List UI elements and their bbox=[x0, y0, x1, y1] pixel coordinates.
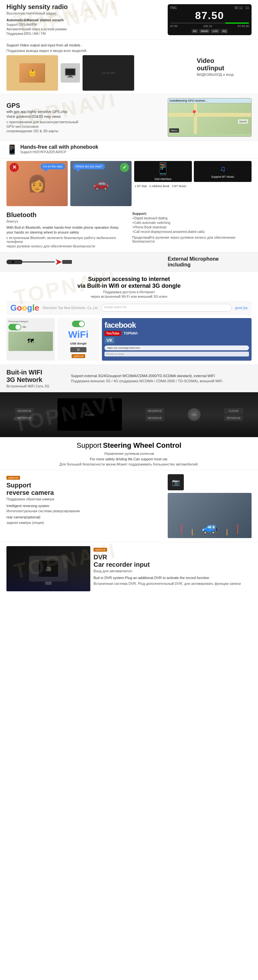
bt-header-text: Hands-free call with phonebook Support H… bbox=[20, 144, 98, 154]
hu-main-screen: display bbox=[57, 398, 122, 431]
video-section: Support Video output and input from all … bbox=[0, 40, 258, 94]
gps-map-bg bbox=[168, 103, 251, 134]
cam-desc1: Intelligent reversing system bbox=[6, 504, 164, 508]
radio-title: Highly sensity radio bbox=[6, 3, 164, 11]
radio-progress-bar bbox=[170, 22, 249, 24]
video-title2: out/input bbox=[197, 65, 252, 72]
hu-screen-label: display bbox=[84, 413, 94, 417]
net-3g-title-col: Buit-in WIFI 3G Network Встроенный WiFi … bbox=[6, 369, 71, 388]
fb-email-field[interactable]: Phone or email bbox=[105, 352, 249, 356]
radio-as-btn[interactable]: AS bbox=[191, 29, 198, 33]
bt-title: Bluetooth bbox=[6, 211, 126, 219]
gps-road-h bbox=[168, 113, 251, 117]
video-thumb-right: car screen bbox=[83, 55, 134, 91]
gps-desc-ru3: сопровождение /2D & 3D-карты bbox=[6, 129, 164, 133]
hu-knob[interactable]: VOL bbox=[188, 408, 201, 421]
bt-sup2: +Phone Book download bbox=[132, 225, 252, 230]
wifi-panels-row: Personal Hotspot On 🗺 WiFi USB dongle bbox=[6, 318, 252, 361]
svg-rect-1 bbox=[66, 69, 75, 75]
mic-assembly: ➤ bbox=[6, 256, 72, 267]
google-search-bar[interactable]: Google Shenzhen Top New Electronic, Co.,… bbox=[6, 301, 252, 315]
steering-title-ru: Управление рулевым колесом bbox=[6, 452, 252, 455]
net-3g-title1: Buit-in WIFI bbox=[6, 369, 71, 376]
hu-center-buttons: RESERVE RESERVE bbox=[145, 408, 164, 421]
bt-symbol-icon: 📱 bbox=[156, 162, 170, 175]
wifi-map-icon: 🗺 bbox=[8, 332, 53, 351]
video-monitor-icon bbox=[61, 63, 80, 83]
radio-freq-low: 87.50 bbox=[170, 24, 178, 28]
radio-time: 50 11 : 11 bbox=[235, 6, 249, 10]
steering-desc: For more safety drivling life.Can suppor… bbox=[6, 457, 252, 461]
hu-btn-reserve[interactable]: RESERVE bbox=[15, 408, 34, 414]
bt-images-section: TOPNAVI ✕ 👩 I'm on the way! ✓ 🚗 Where ar… bbox=[0, 158, 258, 209]
mic-visual-col: ➤ bbox=[6, 256, 168, 267]
hu-btn-reserve5[interactable]: RESERVE bbox=[224, 415, 243, 421]
mic-text-col: External Microphone including bbox=[168, 256, 252, 268]
bt-title-ru: блютуз bbox=[6, 220, 126, 223]
bt-desc-text: With Buit-in Bluetooth, enable hands-fre… bbox=[6, 225, 126, 248]
internet-ru1: Поддержка доступа в Интернет bbox=[6, 290, 252, 294]
radio-loc-btn[interactable]: LOC bbox=[211, 29, 219, 33]
bt-desc-ru2: через рулевое колесо для обеспечения без… bbox=[6, 244, 126, 248]
wifi-toggle2[interactable] bbox=[72, 321, 85, 327]
video-thumb-left: 👶 bbox=[6, 55, 58, 91]
hu-btn-reserve4[interactable]: RESERVE bbox=[145, 415, 164, 421]
internet-title2: via Built-in Wifi or external 3G dongle bbox=[6, 283, 252, 290]
gps-desc-ru: с приложением для высокочувствительный bbox=[6, 120, 164, 124]
dvr-text-col: optional DVR Car recorder input Вход для… bbox=[94, 546, 252, 585]
radio-frequency: 87.50 bbox=[170, 10, 249, 22]
gps-text-col: GPS with gps app,highly sensitive GPS,ch… bbox=[6, 102, 168, 133]
google-search-input[interactable]: Google search for bbox=[101, 304, 232, 312]
bt-msg1: I'm on the way! bbox=[43, 165, 62, 168]
radio-eq-btn[interactable]: EQ bbox=[221, 29, 228, 33]
dvr-title2: Car recorder input bbox=[94, 561, 252, 568]
headunit-section: TOPNAVI RESERVE RESERVE display RESERVE … bbox=[0, 392, 258, 438]
youtube-logo: YouTube bbox=[105, 331, 121, 336]
radio-text-col: Highly sensity radio Высокочувствительны… bbox=[6, 3, 168, 36]
radio-fm-label: FM1 bbox=[170, 6, 177, 10]
radio-band-btn[interactable]: BAND bbox=[199, 29, 210, 33]
hu-btn-clear[interactable]: CLEAR bbox=[224, 408, 243, 414]
gps-map-header: Autodetecting GPS receiver... bbox=[168, 99, 251, 103]
radio-freq-cur: 87.50 00 bbox=[238, 24, 249, 28]
radio-display: FM1 50 11 : 11 87.50 87.50 106.10 87.50 … bbox=[168, 4, 252, 35]
radio-section: TOPNAVI Highly sensity radio Высокочувст… bbox=[0, 0, 258, 40]
gps-map-display: Autodetecting GPS receiver... 📍 Speed Me… bbox=[168, 98, 252, 137]
wifi-phone-label: Personal Hotspot bbox=[8, 320, 53, 323]
video-title-ru: ВИДЕОВЫХОД и вход bbox=[197, 73, 252, 76]
mic-title2: including bbox=[168, 262, 252, 268]
bt-label1: 1 BT Dial bbox=[135, 185, 147, 188]
hu-btn-reserve3[interactable]: RESERVE bbox=[145, 408, 164, 414]
dvr-image: 🎥 bbox=[6, 546, 90, 591]
svg-rect-3 bbox=[67, 77, 73, 78]
mic-cord bbox=[22, 261, 55, 262]
google-o2: o bbox=[22, 303, 27, 313]
bt-screen-col: 📱 Dial interface ♫ Support BT Music 1 BT… bbox=[134, 161, 252, 206]
cam-device-icon: 📷 bbox=[168, 474, 184, 490]
net-3g-title-ru: Встроенный WiFi Сеть 3G bbox=[6, 384, 71, 388]
bt-sup5: +Call record display(missed,answered,dia… bbox=[132, 230, 252, 234]
steering-desc-ru: Для большей безопасности жизни.Может под… bbox=[6, 462, 252, 466]
gps-section: TOPNAVI GPS with gps app,highly sensitiv… bbox=[0, 94, 258, 141]
hu-btn-reserve2[interactable]: RESERVE bbox=[15, 415, 34, 421]
google-search-btn[interactable]: good (ps bbox=[235, 306, 248, 310]
bt-label2: 2 Address Book bbox=[149, 185, 169, 188]
facebook-panel: facebook YouTube TOPNAVi VK https://vk.c… bbox=[102, 318, 252, 361]
gps-title: GPS bbox=[6, 102, 164, 109]
dvr-desc1: Buit in DVR system.Plug an additional DV… bbox=[94, 576, 252, 580]
wifi-toggle[interactable] bbox=[8, 324, 21, 330]
mic-title: External Microphone bbox=[168, 256, 252, 262]
gps-menu-btn[interactable]: Menu bbox=[169, 128, 179, 132]
vk-logo: VK bbox=[105, 337, 115, 344]
wifi-text-logo: WiFi bbox=[68, 329, 88, 340]
google-company: Shenzhen Top New Electronic, Co.,Ltd bbox=[43, 306, 98, 310]
steering-title-row: Support Steering Wheel Control bbox=[6, 441, 252, 450]
radio-freq-high: 106.10 bbox=[203, 24, 212, 28]
hu-left-buttons: RESERVE RESERVE bbox=[15, 408, 34, 421]
bt-speech-bubble1: I'm on the way! bbox=[41, 164, 65, 169]
fb-url-bar: https://vk.com/login?act=moi bbox=[105, 345, 249, 350]
radio-buttons-row: AS BAND LOC EQ bbox=[170, 29, 249, 33]
video-images-row: 👶 car screen bbox=[6, 55, 193, 91]
dvr-desc-block: Buit in DVR system.Plug an additional DV… bbox=[94, 576, 252, 585]
cam-title1: Support bbox=[6, 482, 164, 489]
